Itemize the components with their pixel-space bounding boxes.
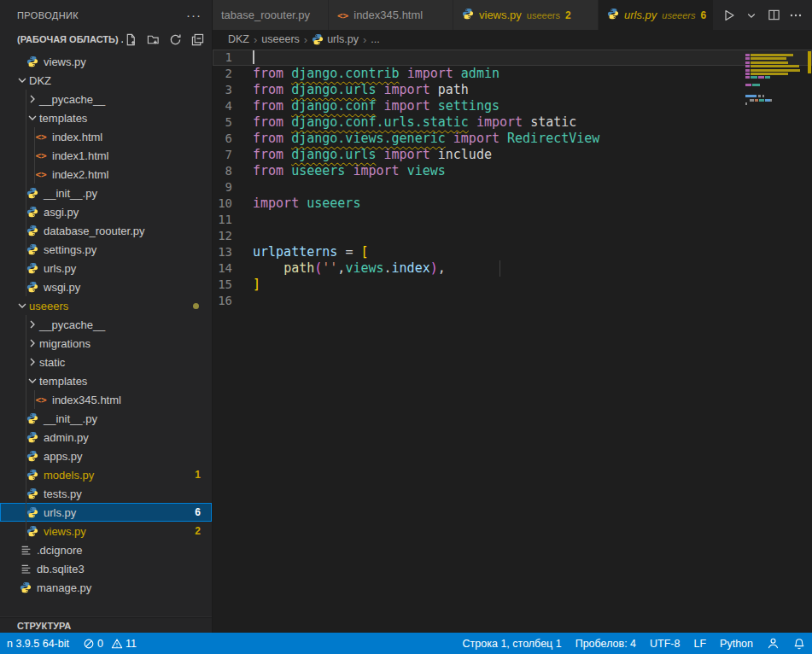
- code-token: include: [438, 147, 492, 162]
- tab-views-py[interactable]: views.pyuseeers2: [453, 0, 599, 30]
- code-token: [523, 114, 530, 130]
- tree-folder-useeers[interactable]: useeers: [0, 296, 212, 315]
- minimap-mark: [752, 84, 760, 86]
- tree-folder--pycache-[interactable]: __pycache__: [0, 315, 212, 334]
- tree-file--dcignore[interactable]: .dcignore: [0, 540, 212, 559]
- tree-file-index1-html[interactable]: <>index1.html: [0, 146, 212, 165]
- status-right: Строка 1, столбец 1Пробелов: 4UTF-8LFPyt…: [456, 633, 812, 654]
- status-label: LF: [693, 638, 706, 650]
- tree-file-views-py[interactable]: views.py2: [0, 522, 212, 540]
- more-icon[interactable]: [786, 6, 805, 25]
- new-folder-icon[interactable]: [145, 32, 161, 47]
- breadcrumb-item-useeers[interactable]: useeers: [261, 33, 299, 45]
- code-line-16: 16: [213, 293, 812, 309]
- editor[interactable]: 12from django.contrib import admin3from …: [213, 49, 812, 633]
- tree-file--init-py[interactable]: __init__.py: [0, 409, 212, 428]
- tree-file-tests-py[interactable]: tests.py: [0, 484, 212, 503]
- python-icon: [19, 581, 32, 594]
- breadcrumb-item-urls-py[interactable]: urls.py: [312, 33, 359, 45]
- tree-file-wsgi-py[interactable]: wsgi.py: [0, 277, 212, 296]
- tree-file-apps-py[interactable]: apps.py: [0, 447, 212, 465]
- minimap-mark: [751, 73, 788, 75]
- tree-file--init-py[interactable]: __init__.py: [0, 184, 212, 202]
- code-text: from django.views.generic import Redirec…: [253, 131, 744, 147]
- status-feedback[interactable]: [760, 633, 786, 654]
- tree-file-index-html[interactable]: <>index.html: [0, 127, 212, 146]
- python-icon: [26, 505, 39, 519]
- minimap-mark: [751, 54, 793, 56]
- tree-file-admin-py[interactable]: admin.py: [0, 428, 212, 447]
- tree-folder-static[interactable]: static: [0, 353, 212, 371]
- code-token: [430, 98, 438, 114]
- status-indentation[interactable]: Пробелов: 4: [569, 633, 643, 654]
- tree-folder-dkz[interactable]: DKZ: [0, 71, 212, 90]
- tree-folder-migrations[interactable]: migrations: [0, 334, 212, 353]
- filelines-icon: [19, 543, 32, 557]
- refresh-icon[interactable]: [167, 32, 183, 47]
- line-number: 8: [213, 163, 253, 179]
- status-problems[interactable]: 011: [76, 633, 143, 654]
- tree-indent-guide: [26, 90, 26, 296]
- code-line-3: 3from django.urls import path: [213, 82, 812, 98]
- tree-indent-guide: [34, 127, 35, 184]
- tab-urls-py[interactable]: urls.pyuseeers6: [599, 0, 713, 30]
- tab-index345-html[interactable]: <>index345.html: [329, 0, 453, 30]
- collapse-all-icon[interactable]: [190, 32, 205, 47]
- code-text: import useeers: [253, 196, 744, 212]
- code-token: import: [384, 82, 430, 97]
- code-token: [469, 114, 476, 130]
- minimap-mark: [765, 76, 770, 79]
- breadcrumb-item--[interactable]: ...: [371, 33, 379, 45]
- minimap-mark: [745, 84, 751, 86]
- tree-file-asgi-py[interactable]: asgi.py: [0, 202, 212, 221]
- status-label: Пробелов: 4: [575, 638, 636, 650]
- code-token: [283, 163, 291, 178]
- explorer-more-icon[interactable]: ···: [186, 8, 202, 22]
- tab-tabase-roouter-py[interactable]: tabase_roouter.py: [213, 0, 329, 30]
- minimap-mark: [745, 102, 747, 105]
- status-language-mode[interactable]: Python: [713, 633, 760, 654]
- python-icon: [26, 205, 39, 219]
- overview-ruler[interactable]: [805, 49, 812, 633]
- code-token: views: [407, 163, 446, 178]
- breadcrumb-separator-icon: ›: [363, 33, 366, 46]
- tree-folder--pycache-[interactable]: __pycache__: [0, 90, 212, 108]
- run-icon[interactable]: [720, 6, 739, 25]
- tree-file-index2-html[interactable]: <>index2.html: [0, 165, 212, 184]
- tree-file-urls-py[interactable]: urls.py6: [0, 503, 212, 522]
- status-cursor-position[interactable]: Строка 1, столбец 1: [456, 633, 569, 654]
- tree-file-index345-html[interactable]: <>index345.html: [0, 390, 212, 409]
- workspace-section-header[interactable]: (РАБОЧАЯ ОБЛАСТЬ) ...: [0, 30, 212, 49]
- minimap[interactable]: [745, 50, 805, 109]
- breadcrumb-label: ...: [371, 33, 379, 45]
- status-notifications[interactable]: [786, 633, 812, 654]
- tree-folder-templates[interactable]: templates: [0, 371, 212, 390]
- outline-section-header[interactable]: СТРУКТУРА: [0, 617, 212, 633]
- tree-folder-templates[interactable]: templates: [0, 108, 212, 127]
- line-number: 3: [213, 82, 253, 98]
- minimap-mark: [745, 95, 757, 97]
- tree-item-label: apps.py: [44, 450, 83, 463]
- tree-file-db-sqlite3[interactable]: db.sqlite3: [0, 559, 212, 578]
- tree-file-database-roouter-py[interactable]: database_roouter.py: [0, 221, 212, 240]
- tab-label: tabase_roouter.py: [221, 9, 310, 21]
- status-label: UTF-8: [650, 638, 680, 650]
- tree-item-label: admin.py: [44, 431, 89, 444]
- tree-file-urls-py[interactable]: urls.py: [0, 259, 212, 277]
- breadcrumb-item-dkz[interactable]: DKZ: [228, 33, 249, 45]
- chevron-down-icon[interactable]: [742, 6, 761, 25]
- tree-file-views-py[interactable]: views.py: [0, 52, 212, 71]
- code-token: admin: [461, 66, 499, 81]
- explorer-actions: [123, 32, 205, 47]
- split-editor-icon[interactable]: [764, 6, 783, 25]
- code-token: import: [384, 147, 430, 162]
- tree-file-settings-py[interactable]: settings.py: [0, 240, 212, 259]
- status-python-interpreter[interactable]: n 3.9.5 64-bit: [0, 633, 76, 654]
- new-file-icon[interactable]: [123, 32, 138, 47]
- status-encoding[interactable]: UTF-8: [643, 633, 686, 654]
- code-line-11: 11: [213, 212, 812, 228]
- status-left: n 3.9.5 64-bit011: [0, 633, 143, 654]
- tree-file-models-py[interactable]: models.py1: [0, 465, 212, 484]
- tree-file-manage-py[interactable]: manage.py: [0, 578, 212, 597]
- status-eol[interactable]: LF: [686, 633, 713, 654]
